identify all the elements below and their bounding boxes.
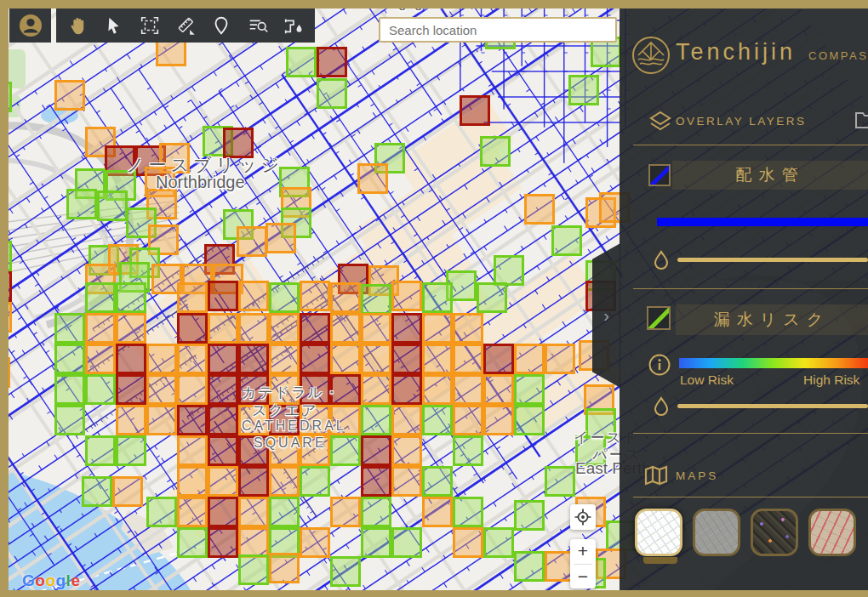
label-cathedral-en2: SQUARE (254, 435, 327, 451)
label-cathedral-jp1: カテドラル・ (242, 383, 340, 402)
zoom-control: + − (570, 539, 596, 588)
frame-left (0, 0, 9, 597)
droplet-icon (652, 395, 671, 418)
google-letter: o (35, 571, 45, 589)
high-risk-label: High Risk (803, 372, 859, 388)
folder-icon[interactable] (854, 109, 868, 129)
label-northbridge-en: Northbridge (156, 173, 245, 192)
basemap-thumb-default[interactable] (635, 509, 682, 556)
maps-icon (643, 464, 669, 486)
tenchijin-logo-icon (631, 36, 671, 75)
app-window: Highgate ノースブリッジ Northbridge カテドラル・ スクエア… (0, 0, 868, 597)
measure-ruler-button[interactable] (169, 10, 202, 41)
area-select-icon (139, 14, 161, 37)
search-list-button[interactable] (242, 10, 274, 41)
pin-icon (210, 14, 232, 37)
risk-gradient-legend (679, 358, 868, 368)
brand-name: Tenchijin (676, 39, 796, 65)
cursor-icon (102, 14, 124, 37)
ruler-icon (174, 14, 197, 37)
google-logo[interactable]: Google (22, 571, 80, 590)
account-button[interactable] (9, 9, 51, 43)
risk-layer-checkbox[interactable] (647, 306, 671, 330)
divider (633, 433, 868, 434)
selected-map-indicator (643, 557, 677, 564)
divider (633, 145, 868, 145)
divider (633, 497, 868, 498)
area-select-button[interactable] (134, 10, 166, 41)
pipes-opacity-slider[interactable] (677, 258, 868, 262)
google-letter: g (56, 571, 66, 589)
pipes-layer-checkbox[interactable] (648, 164, 671, 186)
label-cathedral-en1: CATHEDRAL (242, 418, 346, 434)
panel-collapse-tab[interactable]: › (592, 243, 620, 388)
pan-hand-button[interactable] (61, 10, 94, 41)
basemap-thumb-satellite[interactable] (751, 509, 798, 556)
zoom-out-button[interactable]: − (570, 565, 596, 589)
basemap-thumb-grayscale[interactable] (693, 509, 740, 556)
divider (633, 288, 868, 289)
search-list-icon (247, 14, 269, 37)
place-pin-button[interactable] (205, 10, 237, 41)
search-input[interactable] (379, 17, 617, 43)
pipes-swatch-stripe (649, 164, 671, 186)
low-risk-label: Low Risk (680, 372, 734, 388)
label-cathedral-jp2: スクエア (252, 401, 318, 420)
droplet-icon (652, 249, 671, 272)
select-cursor-button[interactable] (97, 10, 129, 41)
frame-top (0, 0, 868, 9)
info-icon[interactable] (648, 353, 671, 377)
overlay-layers-title: OVERLAY LAYERS (676, 115, 807, 128)
avatar-icon (18, 13, 43, 38)
pipe-icon (283, 14, 305, 37)
map-toolbar (56, 9, 315, 43)
frame-bottom (0, 590, 868, 597)
google-letter: G (22, 571, 35, 589)
brand-suffix: COMPASS (808, 49, 868, 62)
risk-swatch-stripe (648, 306, 671, 330)
target-icon (574, 508, 592, 526)
my-location-button[interactable] (570, 504, 596, 530)
google-letter: o (45, 571, 55, 589)
pipes-color-legend (657, 218, 868, 226)
google-letter: e (71, 571, 80, 589)
layers-icon (648, 111, 672, 133)
risk-opacity-slider[interactable] (677, 404, 868, 408)
pipes-layer-bar[interactable]: 配水管 (672, 161, 868, 190)
layers-panel: Tenchijin COMPASS OVERLAY LAYERS 配水管 漏水リ… (620, 9, 868, 590)
basemap-thumb-traffic[interactable] (808, 509, 856, 556)
risk-layer-bar[interactable]: 漏水リスク (676, 304, 868, 335)
pipe-tool-button[interactable] (277, 10, 310, 41)
zoom-in-button[interactable]: + (570, 539, 596, 564)
hand-icon (66, 14, 89, 37)
chevron-right-icon: › (603, 306, 609, 326)
maps-title: MAPS (676, 469, 718, 482)
